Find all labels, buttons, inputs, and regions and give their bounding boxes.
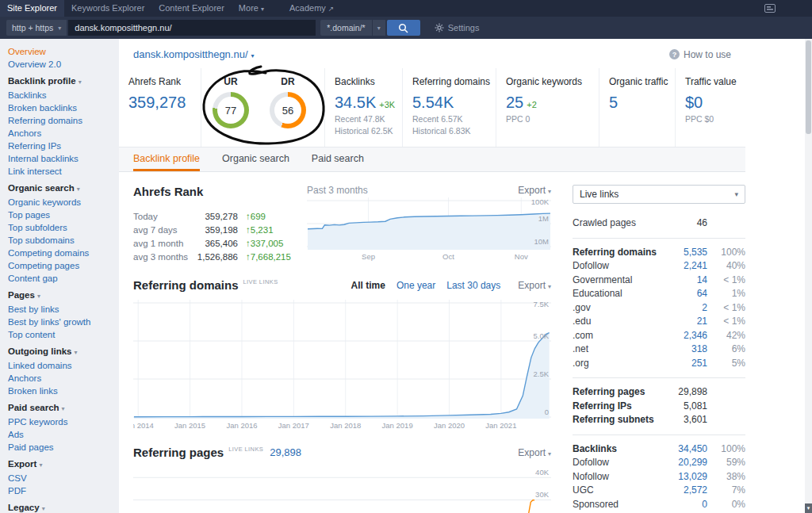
row-value[interactable]: 0 xyxy=(658,498,707,512)
row-value[interactable]: 5,535 xyxy=(658,246,707,260)
sidebar-item-broken-backlinks[interactable]: Broken backlinks xyxy=(8,101,119,114)
row-percent: 100% xyxy=(707,442,745,457)
svg-text:Jan 2019: Jan 2019 xyxy=(382,421,413,430)
row-value[interactable]: 318 xyxy=(658,343,707,357)
row-value[interactable]: 64 xyxy=(658,287,707,301)
filter-one-year[interactable]: One year xyxy=(396,280,435,291)
row-value[interactable]: 20,299 xyxy=(658,456,707,470)
row-value[interactable]: 2 xyxy=(658,301,707,316)
tab-backlink-profile[interactable]: Backlink profile xyxy=(133,147,200,171)
sidebar-item-organic-search[interactable]: Organic search▾ xyxy=(8,182,119,196)
nav-item-keywords-explorer[interactable]: Keywords Explorer xyxy=(64,0,151,17)
search-input[interactable] xyxy=(68,20,316,36)
svg-text:Jan 2020: Jan 2020 xyxy=(434,421,465,430)
sidebar-item-overview-2-0[interactable]: Overview 2.0 xyxy=(8,58,119,71)
nav-item-site-explorer[interactable]: Site Explorer xyxy=(0,0,64,17)
scrollbar-down-button[interactable]: ▼ xyxy=(805,503,812,513)
sidebar-item-competing-domains[interactable]: Competing domains xyxy=(8,247,119,259)
panel-row-dofollow: Dofollow2,24140% xyxy=(573,259,745,274)
sidebar-item-backlinks[interactable]: Backlinks xyxy=(8,89,119,101)
row-value[interactable]: 251 xyxy=(658,357,707,371)
sidebar-item-export[interactable]: Export▾ xyxy=(8,457,119,472)
live-links-select[interactable]: Live links ▾ xyxy=(573,185,745,204)
sidebar-item-legacy[interactable]: Legacy▾ xyxy=(8,501,119,513)
settings-label[interactable]: Settings xyxy=(448,23,480,33)
sidebar-item-broken-links[interactable]: Broken links xyxy=(8,385,119,397)
row-value[interactable]: 2,346 xyxy=(658,329,707,343)
sidebar-item-backlink-profile[interactable]: Backlink profile▾ xyxy=(8,75,119,89)
nav-item-content-explorer[interactable]: Content Explorer xyxy=(151,0,232,17)
tab-paid-search[interactable]: Paid search xyxy=(312,147,364,171)
metric-value[interactable]: 5.54K xyxy=(412,94,454,111)
target-domain[interactable]: dansk.kompositthegn.nu/▾ xyxy=(133,48,255,60)
refpages-count[interactable]: 29,898 xyxy=(270,446,301,458)
sidebar-item-referring-domains[interactable]: Referring domains xyxy=(8,114,119,127)
sidebar-item-outgoing-links[interactable]: Outgoing links▾ xyxy=(8,345,119,359)
metrics-strip: Ahrefs Rank 359,278 UR 77 DR 56 Backlink… xyxy=(119,68,745,147)
row-value[interactable]: 2,572 xyxy=(658,484,707,498)
filter-last-30-days[interactable]: Last 30 days xyxy=(446,280,500,291)
sidebar-item-paid-pages[interactable]: Paid pages xyxy=(8,441,119,454)
how-to-use-link[interactable]: ? How to use xyxy=(669,49,731,60)
row-value[interactable]: 2,241 xyxy=(658,259,707,274)
gear-icon[interactable] xyxy=(435,23,444,33)
metric-value[interactable]: 34.5K xyxy=(335,94,376,111)
stats-panel: Live links ▾ Crawled pages 46 Referring … xyxy=(573,185,745,513)
sidebar-item-top-pages[interactable]: Top pages xyxy=(8,209,119,221)
mode-dropdown[interactable]: *.domain/* xyxy=(320,20,371,36)
sidebar-item-overview[interactable]: Overview xyxy=(8,45,119,58)
chevron-down-icon: ▾ xyxy=(42,505,45,512)
svg-text:100K: 100K xyxy=(531,197,550,206)
sidebar-item-competing-pages[interactable]: Competing pages xyxy=(8,259,119,272)
sidebar-item-pages[interactable]: Pages▾ xyxy=(8,289,119,303)
sidebar-item-link-intersect[interactable]: Link intersect xyxy=(8,165,119,178)
chevron-down-icon: ▾ xyxy=(79,78,82,86)
sidebar-item-top-subfolders[interactable]: Top subfolders xyxy=(8,221,119,234)
search-button[interactable] xyxy=(387,20,420,36)
sidebar-item-internal-backlinks[interactable]: Internal backlinks xyxy=(8,152,119,165)
row-value[interactable]: 21 xyxy=(658,315,707,329)
nav-item-academy[interactable]: Academy↗ xyxy=(282,0,341,17)
row-value: 5,081 xyxy=(658,400,707,414)
sidebar-item-anchors[interactable]: Anchors xyxy=(8,372,119,385)
row-value: 3,601 xyxy=(658,413,707,427)
svg-text:7.5K: 7.5K xyxy=(533,300,549,308)
chevron-down-icon: ▾ xyxy=(77,186,80,193)
sidebar-item-csv[interactable]: CSV xyxy=(8,472,119,484)
refdomains-export-button[interactable]: Export▾ xyxy=(518,280,551,291)
sidebar-item-paid-search[interactable]: Paid search▾ xyxy=(8,401,119,415)
filter-all-time[interactable]: All time xyxy=(351,280,385,291)
panel-row-educational: Educational641% xyxy=(573,287,745,301)
mode-dropdown-caret[interactable]: ▾ xyxy=(373,20,385,36)
row-value[interactable]: 34,450 xyxy=(658,442,707,457)
sidebar-item-top-subdomains[interactable]: Top subdomains xyxy=(8,234,119,247)
rank-export-button[interactable]: Export▾ xyxy=(518,185,551,196)
sidebar-item-content-gap[interactable]: Content gap xyxy=(8,272,119,285)
sidebar-item-ppc-keywords[interactable]: PPC keywords xyxy=(8,415,119,428)
scrollbar-track[interactable]: ▼ xyxy=(805,39,812,513)
nav-item-more[interactable]: More▾ xyxy=(232,0,271,17)
sidebar-item-anchors[interactable]: Anchors xyxy=(8,127,119,140)
sidebar-item-ads[interactable]: Ads xyxy=(8,428,119,441)
stat-change: ↑699 xyxy=(238,210,307,224)
sidebar: OverviewOverview 2.0Backlink profile▾Bac… xyxy=(0,39,119,513)
protocol-dropdown[interactable]: http + https▾ xyxy=(6,20,67,36)
sidebar-item-pdf[interactable]: PDF xyxy=(8,484,119,497)
sidebar-item-best-by-links[interactable]: Best by links xyxy=(8,303,119,316)
refpages-export-button[interactable]: Export▾ xyxy=(518,447,551,458)
sidebar-item-referring-ips[interactable]: Referring IPs xyxy=(8,140,119,152)
tab-organic-search[interactable]: Organic search xyxy=(222,147,289,171)
row-value[interactable]: 13,029 xyxy=(658,470,707,484)
search-bar: http + https▾ *.domain/* ▾ Settings xyxy=(0,17,812,39)
stat-change: ↑7,668,215 xyxy=(238,251,307,264)
sidebar-item-best-by-links-growth[interactable]: Best by links' growth xyxy=(8,316,119,328)
feedback-icon[interactable] xyxy=(764,4,776,13)
metric-value[interactable]: 5 xyxy=(609,94,618,111)
metric-value[interactable]: 25 xyxy=(506,94,523,111)
sidebar-item-organic-keywords[interactable]: Organic keywords xyxy=(8,196,119,209)
sidebar-item-linked-domains[interactable]: Linked domains xyxy=(8,359,119,372)
scrollbar-thumb[interactable] xyxy=(806,40,811,134)
divider xyxy=(573,238,745,239)
row-value[interactable]: 14 xyxy=(658,274,707,288)
sidebar-item-top-content[interactable]: Top content xyxy=(8,328,119,341)
